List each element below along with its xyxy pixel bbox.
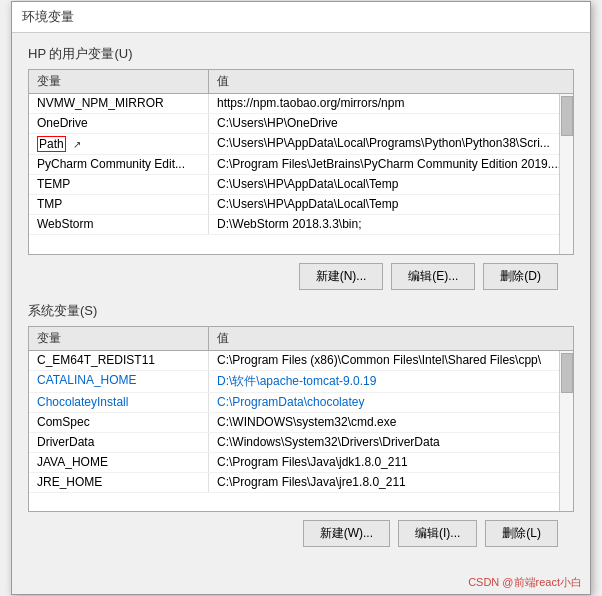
- row-var: PyCharm Community Edit...: [29, 155, 209, 174]
- table-row[interactable]: ChocolateyInstall C:\ProgramData\chocola…: [29, 393, 573, 413]
- row-var: JRE_HOME: [29, 473, 209, 492]
- table-row[interactable]: JAVA_HOME C:\Program Files\Java\jdk1.8.0…: [29, 453, 573, 473]
- row-var: TMP: [29, 195, 209, 214]
- scrollbar-thumb[interactable]: [561, 96, 573, 136]
- row-val-path: C:\Users\HP\AppData\Local\Programs\Pytho…: [209, 134, 573, 154]
- system-table-header: 变量 值: [29, 327, 573, 351]
- row-val: https://npm.taobao.org/mirrors/npm: [209, 94, 573, 113]
- row-val: C:\Program Files\JetBrains\PyCharm Commu…: [209, 155, 573, 174]
- window-title: 环境变量: [22, 9, 74, 24]
- path-label: Path: [37, 136, 66, 152]
- user-table-scrollbar[interactable]: [559, 94, 573, 254]
- row-val: C:\ProgramData\chocolatey: [209, 393, 573, 412]
- table-row[interactable]: WebStorm D:\WebStorm 2018.3.3\bin;: [29, 215, 573, 235]
- edit-system-button[interactable]: 编辑(I)...: [398, 520, 477, 547]
- row-var: WebStorm: [29, 215, 209, 234]
- table-row[interactable]: C_EM64T_REDIST11 C:\Program Files (x86)\…: [29, 351, 573, 371]
- table-row[interactable]: CATALINA_HOME D:\软件\apache-tomcat-9.0.19: [29, 371, 573, 393]
- system-header-val: 值: [209, 327, 573, 350]
- table-row-path[interactable]: Path ↗ C:\Users\HP\AppData\Local\Program…: [29, 134, 573, 155]
- row-val: C:\Windows\System32\Drivers\DriverData: [209, 433, 573, 452]
- environment-variables-dialog: 环境变量 HP 的用户变量(U) 变量 值 NVMW_NPM_MIRROR ht…: [11, 1, 591, 595]
- table-row[interactable]: ComSpec C:\WINDOWS\system32\cmd.exe: [29, 413, 573, 433]
- table-row[interactable]: OneDrive C:\Users\HP\OneDrive: [29, 114, 573, 134]
- row-var-path: Path ↗: [29, 134, 209, 154]
- table-row[interactable]: TEMP C:\Users\HP\AppData\Local\Temp: [29, 175, 573, 195]
- row-val: C:\Program Files\Java\jre1.8.0_211: [209, 473, 573, 492]
- system-table-body: C_EM64T_REDIST11 C:\Program Files (x86)\…: [29, 351, 573, 511]
- new-user-button[interactable]: 新建(N)...: [299, 263, 384, 290]
- title-bar: 环境变量: [12, 2, 590, 33]
- table-row[interactable]: PyCharm Community Edit... C:\Program Fil…: [29, 155, 573, 175]
- row-var: JAVA_HOME: [29, 453, 209, 472]
- user-header-var: 变量: [29, 70, 209, 93]
- row-var: C_EM64T_REDIST11: [29, 351, 209, 370]
- table-row[interactable]: TMP C:\Users\HP\AppData\Local\Temp: [29, 195, 573, 215]
- row-var: CATALINA_HOME: [29, 371, 209, 392]
- scrollbar-thumb[interactable]: [561, 353, 573, 393]
- edit-user-button[interactable]: 编辑(E)...: [391, 263, 475, 290]
- row-val: C:\Program Files (x86)\Common Files\Inte…: [209, 351, 573, 370]
- user-table-header: 变量 值: [29, 70, 573, 94]
- row-val: C:\Users\HP\OneDrive: [209, 114, 573, 133]
- row-val: C:\Program Files\Java\jdk1.8.0_211: [209, 453, 573, 472]
- user-variables-table: 变量 值 NVMW_NPM_MIRROR https://npm.taobao.…: [28, 69, 574, 255]
- row-var: ComSpec: [29, 413, 209, 432]
- row-var: DriverData: [29, 433, 209, 452]
- delete-system-button[interactable]: 删除(L): [485, 520, 558, 547]
- user-button-row: 新建(N)... 编辑(E)... 删除(D): [28, 263, 574, 290]
- table-row[interactable]: NVMW_NPM_MIRROR https://npm.taobao.org/m…: [29, 94, 573, 114]
- row-val: C:\Users\HP\AppData\Local\Temp: [209, 175, 573, 194]
- system-button-row: 新建(W)... 编辑(I)... 删除(L): [28, 520, 574, 547]
- arrow-icon: ↗: [73, 139, 81, 150]
- system-header-var: 变量: [29, 327, 209, 350]
- user-table-body: NVMW_NPM_MIRROR https://npm.taobao.org/m…: [29, 94, 573, 254]
- system-table-scrollbar[interactable]: [559, 351, 573, 511]
- row-val: C:\Users\HP\AppData\Local\Temp: [209, 195, 573, 214]
- row-val: C:\WINDOWS\system32\cmd.exe: [209, 413, 573, 432]
- new-system-button[interactable]: 新建(W)...: [303, 520, 390, 547]
- user-header-val: 值: [209, 70, 573, 93]
- system-section-label: 系统变量(S): [28, 302, 574, 320]
- row-var: OneDrive: [29, 114, 209, 133]
- row-var: TEMP: [29, 175, 209, 194]
- row-var: NVMW_NPM_MIRROR: [29, 94, 209, 113]
- table-row[interactable]: DriverData C:\Windows\System32\Drivers\D…: [29, 433, 573, 453]
- row-var: ChocolateyInstall: [29, 393, 209, 412]
- table-row[interactable]: JRE_HOME C:\Program Files\Java\jre1.8.0_…: [29, 473, 573, 493]
- row-val: D:\软件\apache-tomcat-9.0.19: [209, 371, 573, 392]
- row-val: D:\WebStorm 2018.3.3\bin;: [209, 215, 573, 234]
- system-variables-table: 变量 值 C_EM64T_REDIST11 C:\Program Files (…: [28, 326, 574, 512]
- watermark: CSDN @前端react小白: [12, 571, 590, 594]
- user-section-label: HP 的用户变量(U): [28, 45, 574, 63]
- delete-user-button[interactable]: 删除(D): [483, 263, 558, 290]
